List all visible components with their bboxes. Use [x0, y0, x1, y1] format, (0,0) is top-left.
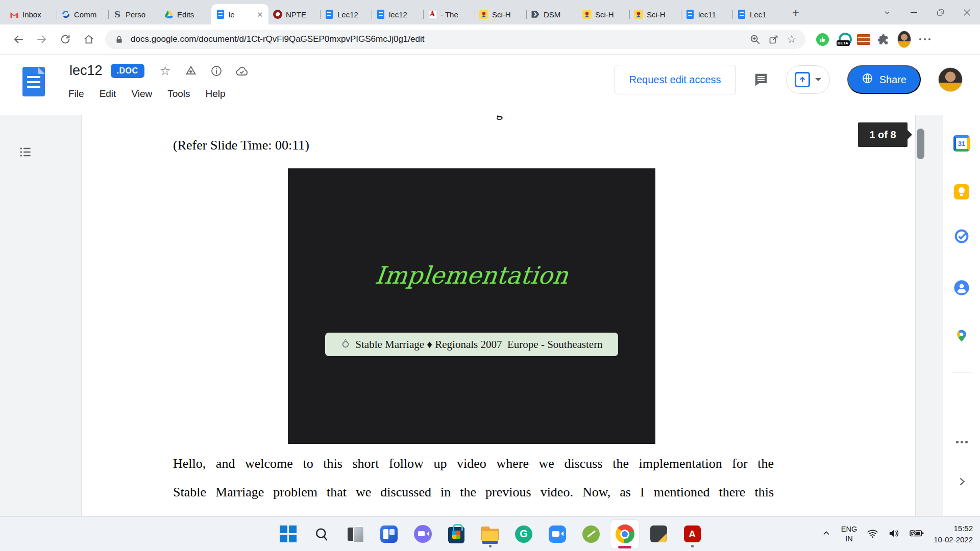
- wifi-icon[interactable]: [867, 528, 878, 541]
- forward-button[interactable]: [32, 29, 52, 49]
- tab-list-chevron-icon[interactable]: [874, 0, 900, 24]
- tab-sci-h[interactable]: Sci-H: [578, 4, 629, 24]
- tab-perso[interactable]: SPerso: [108, 4, 160, 24]
- hidden-icons-chevron-icon[interactable]: [821, 528, 831, 540]
- tab-label: lec12: [389, 10, 419, 19]
- menu-file[interactable]: File: [68, 88, 84, 99]
- hide-side-panel-chevron-icon[interactable]: [952, 472, 971, 491]
- tab-label: lec11: [698, 10, 728, 19]
- taskbar: GA ENG IN 15:52 10-02-2022: [0, 516, 980, 551]
- account-avatar[interactable]: [938, 67, 963, 92]
- tab-label: le: [229, 10, 252, 19]
- menu-tools[interactable]: Tools: [167, 88, 190, 99]
- taskbar-grammarly-icon[interactable]: G: [514, 521, 533, 547]
- puzzle-extensions-icon[interactable]: [877, 33, 891, 46]
- share-icon[interactable]: [767, 33, 780, 46]
- address-bar[interactable]: docs.google.com/document/d/1Ct-rQvFi9QaG…: [105, 30, 805, 49]
- menu-view[interactable]: View: [131, 88, 152, 99]
- tab-edits[interactable]: Edits: [160, 4, 211, 24]
- minimize-button[interactable]: [900, 0, 927, 24]
- taskbar-apps: GA: [271, 521, 709, 547]
- taskbar-chrome-icon[interactable]: [615, 521, 634, 547]
- home-button[interactable]: [79, 29, 99, 49]
- bookmark-star-icon[interactable]: ☆: [785, 33, 798, 46]
- thumbs-up-extension-icon[interactable]: [816, 33, 829, 46]
- brick-wall-extension-icon[interactable]: [856, 33, 870, 46]
- tab-label: NPTE: [286, 10, 315, 19]
- google-side-panel: 31: [943, 115, 980, 517]
- tab-sci-h[interactable]: Sci-H: [475, 4, 526, 24]
- lock-icon[interactable]: [112, 33, 126, 46]
- sidebar-item-keep[interactable]: [952, 183, 971, 201]
- taskbar-acrobat-icon[interactable]: A: [682, 521, 702, 547]
- star-document-icon[interactable]: ☆: [159, 64, 172, 78]
- taskbar-zoom-icon[interactable]: [548, 521, 567, 547]
- taskbar-chat-icon[interactable]: [413, 521, 432, 547]
- share-button[interactable]: Share: [847, 65, 921, 94]
- docs-logo-icon[interactable]: [22, 67, 45, 96]
- present-button[interactable]: [786, 65, 830, 94]
- beta-extension-icon[interactable]: BETA: [836, 33, 850, 46]
- tab-inbox[interactable]: Inbox: [5, 4, 57, 24]
- get-add-ons-icon[interactable]: [952, 433, 971, 451]
- refer-slide-text: (Refer Slide Time: 00:11): [173, 138, 309, 153]
- taskbar-notes-app-icon[interactable]: [649, 521, 668, 547]
- request-edit-access-button[interactable]: Request edit access: [615, 65, 736, 94]
- scihub-icon: [582, 10, 592, 19]
- doc-title[interactable]: lec12: [69, 63, 103, 79]
- taskbar-widgets-icon[interactable]: [379, 521, 399, 547]
- cloud-saved-icon[interactable]: [235, 64, 249, 78]
- slide-banner: Stable Marriage ♦ Regionals 2007 Europe …: [325, 333, 618, 356]
- clock[interactable]: 15:52 10-02-2022: [934, 523, 973, 546]
- browser-toolbar: docs.google.com/document/d/1Ct-rQvFi9QaG…: [0, 24, 980, 54]
- sidebar-item-calendar[interactable]: 31: [952, 134, 971, 153]
- share-label: Share: [879, 74, 906, 86]
- restore-button[interactable]: [927, 0, 953, 24]
- tab-sci-h[interactable]: Sci-H: [629, 4, 681, 24]
- language-indicator[interactable]: ENG IN: [841, 524, 857, 544]
- tab-label: Sci-H: [595, 10, 625, 19]
- paragraph-line: Hello, and welcome to this short follow …: [173, 456, 774, 471]
- taskbar-file-explorer-icon[interactable]: [480, 521, 500, 547]
- taskbar-annotation-app-icon[interactable]: [581, 521, 601, 547]
- browser-menu-kebab-icon[interactable]: [918, 33, 932, 46]
- tab-npte[interactable]: NPTE: [268, 4, 320, 24]
- sidebar-item-maps[interactable]: [952, 327, 971, 345]
- screen: InboxCommSPersoEditsleNPTELec12lec12A- T…: [0, 0, 980, 551]
- taskbar-search-icon[interactable]: [312, 521, 331, 547]
- reload-button[interactable]: [55, 29, 76, 49]
- sidebar-item-contacts[interactable]: [952, 279, 971, 297]
- back-button[interactable]: [8, 29, 29, 49]
- taskbar-photos-icon[interactable]: [346, 521, 365, 547]
- close-button[interactable]: [953, 0, 980, 24]
- side-panel-divider: [951, 372, 972, 372]
- tab-label: DSM: [544, 10, 573, 19]
- new-tab-button[interactable]: +: [787, 4, 804, 21]
- tab-lec12[interactable]: Lec12: [320, 4, 372, 24]
- move-to-drive-icon[interactable]: [184, 64, 198, 78]
- info-icon[interactable]: [210, 64, 223, 78]
- tab-close-icon[interactable]: [256, 10, 264, 18]
- zoom-in-icon[interactable]: [748, 33, 762, 46]
- slide-image[interactable]: Implementation Stable Marriage ♦ Regiona…: [288, 168, 655, 444]
- volume-icon[interactable]: [888, 528, 900, 541]
- tab-lec11[interactable]: lec11: [681, 4, 732, 24]
- tab-lec12[interactable]: lec12: [372, 4, 423, 24]
- clipped-text-fragment: g: [496, 115, 503, 121]
- vertical-scrollbar-thumb[interactable]: [917, 129, 924, 159]
- menu-help[interactable]: Help: [206, 88, 226, 99]
- tab-lec1[interactable]: Lec1: [732, 4, 784, 24]
- tab--the[interactable]: A- The: [423, 4, 475, 24]
- taskbar-microsoft-store-icon[interactable]: [447, 521, 466, 547]
- browser-profile-avatar[interactable]: [897, 33, 911, 46]
- document-outline-icon[interactable]: [18, 145, 34, 160]
- doc-title-row: lec12 .DOC ☆: [69, 63, 249, 79]
- battery-icon[interactable]: [910, 530, 924, 539]
- tab-dsm[interactable]: DSM: [526, 4, 578, 24]
- taskbar-start-icon[interactable]: [278, 521, 298, 547]
- tab-comm[interactable]: Comm: [57, 4, 108, 24]
- menu-edit[interactable]: Edit: [100, 88, 116, 99]
- sidebar-item-tasks[interactable]: [952, 227, 971, 245]
- comment-icon[interactable]: [753, 72, 769, 87]
- tab-le[interactable]: le: [211, 4, 268, 24]
